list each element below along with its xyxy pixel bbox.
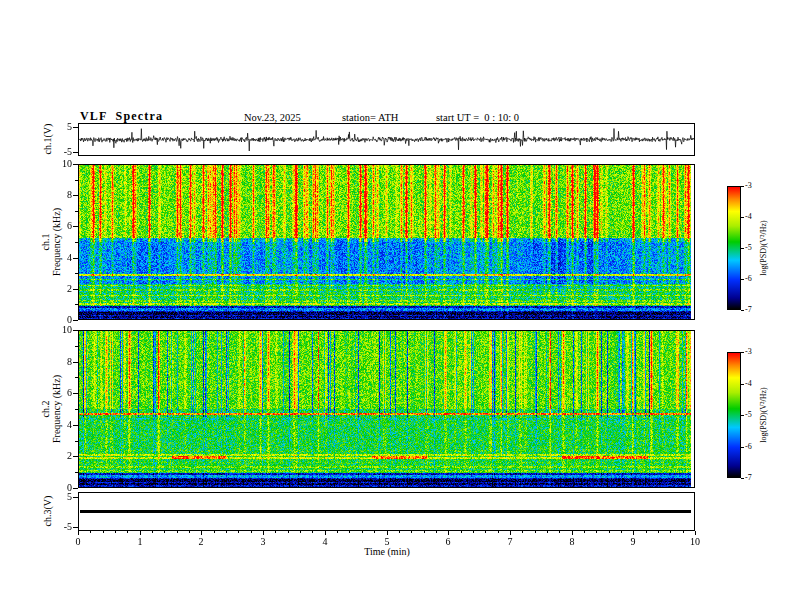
colorbar-ch1 bbox=[727, 186, 741, 310]
ch2-spec-ylabel: ch.2 Frequency (kHz) bbox=[40, 375, 62, 443]
colorbar-tick-label: -4 bbox=[745, 212, 752, 221]
tick-mark bbox=[584, 531, 585, 533]
x-tick-label: 4 bbox=[310, 536, 340, 547]
tick-mark bbox=[411, 531, 412, 533]
y-tick-label: -5 bbox=[48, 521, 72, 532]
tick-mark bbox=[547, 531, 548, 533]
y-tick-label: 2 bbox=[48, 450, 72, 461]
tick-mark bbox=[609, 531, 610, 533]
date-text: Nov.23, 2025 bbox=[244, 112, 301, 123]
tick-mark bbox=[424, 531, 425, 533]
tick-mark bbox=[152, 531, 153, 533]
x-tick-label: 3 bbox=[248, 536, 278, 547]
y-tick-label: 2 bbox=[48, 283, 72, 294]
tick-mark bbox=[596, 531, 597, 533]
tick-mark bbox=[337, 531, 338, 533]
y-tick-label: 4 bbox=[48, 419, 72, 430]
tick-mark bbox=[251, 531, 252, 533]
tick-mark bbox=[73, 258, 78, 259]
tick-mark bbox=[646, 531, 647, 533]
start-ut-text: start UT = 0 : 10: 0 bbox=[436, 112, 519, 123]
tick-mark bbox=[387, 531, 388, 535]
colorbar-tick-label: -6 bbox=[745, 442, 752, 451]
tick-mark bbox=[73, 164, 78, 165]
tick-mark bbox=[78, 531, 79, 535]
station-text: station= ATH bbox=[342, 112, 398, 123]
tick-mark bbox=[75, 377, 78, 378]
colorbar-tick-label: -4 bbox=[745, 379, 752, 388]
colorbar-tick-label: -6 bbox=[745, 274, 752, 283]
colorbar-ch1-label: log(PSD)(V²/Hz) bbox=[759, 220, 768, 275]
tick-mark bbox=[226, 531, 227, 533]
ch3-flat-line bbox=[80, 510, 691, 513]
tick-mark bbox=[448, 531, 449, 535]
y-tick-label: 10 bbox=[48, 158, 72, 169]
tick-mark bbox=[75, 211, 78, 212]
tick-mark bbox=[572, 531, 573, 535]
vlf-spectra-figure: VLF Spectra Nov.23, 2025 station= ATH st… bbox=[0, 0, 792, 612]
ch1-spec-ylabel-line2: Frequency (kHz) bbox=[51, 208, 62, 276]
ch1-spec-ylabel: ch.1 Frequency (kHz) bbox=[40, 208, 62, 276]
x-tick-label: 6 bbox=[433, 536, 463, 547]
tick-mark bbox=[741, 384, 744, 385]
tick-mark bbox=[741, 310, 744, 311]
tick-mark bbox=[621, 531, 622, 533]
tick-mark bbox=[695, 531, 696, 535]
tick-mark bbox=[103, 531, 104, 533]
tick-mark bbox=[75, 472, 78, 473]
tick-mark bbox=[75, 304, 78, 305]
tick-mark bbox=[75, 242, 78, 243]
tick-mark bbox=[741, 478, 744, 479]
tick-mark bbox=[741, 352, 744, 353]
tick-mark bbox=[741, 415, 744, 416]
tick-mark bbox=[436, 531, 437, 533]
colorbar-tick-label: -3 bbox=[745, 181, 752, 190]
x-tick-label: 7 bbox=[495, 536, 525, 547]
tick-mark bbox=[189, 531, 190, 533]
tick-mark bbox=[73, 152, 78, 153]
tick-mark bbox=[214, 531, 215, 533]
x-tick-label: 0 bbox=[63, 536, 93, 547]
tick-mark bbox=[73, 195, 78, 196]
tick-mark bbox=[683, 531, 684, 533]
figure-title: VLF Spectra bbox=[80, 109, 163, 124]
tick-mark bbox=[522, 531, 523, 533]
tick-mark bbox=[374, 531, 375, 533]
tick-mark bbox=[399, 531, 400, 533]
colorbar-tick-label: -5 bbox=[745, 243, 752, 252]
ch1-waveform-canvas bbox=[79, 124, 694, 155]
tick-mark bbox=[75, 273, 78, 274]
y-tick-label: 10 bbox=[48, 324, 72, 335]
tick-mark bbox=[288, 531, 289, 533]
colorbar-tick-label: -3 bbox=[745, 347, 752, 356]
tick-mark bbox=[498, 531, 499, 533]
y-tick-label: 8 bbox=[48, 356, 72, 367]
colorbar-tick-label: -7 bbox=[745, 473, 752, 482]
colorbar-ch2 bbox=[727, 352, 741, 478]
y-tick-label: 5 bbox=[48, 491, 72, 502]
tick-mark bbox=[73, 330, 78, 331]
ch1-spectrogram-canvas bbox=[79, 165, 694, 319]
x-tick-label: 10 bbox=[680, 536, 710, 547]
tick-mark bbox=[177, 531, 178, 533]
tick-mark bbox=[73, 497, 78, 498]
tick-mark bbox=[670, 531, 671, 533]
tick-mark bbox=[73, 320, 78, 321]
x-tick-label: 8 bbox=[557, 536, 587, 547]
tick-mark bbox=[741, 217, 744, 218]
tick-mark bbox=[75, 441, 78, 442]
tick-mark bbox=[90, 531, 91, 533]
ch2-spec-ylabel-line2: Frequency (kHz) bbox=[51, 375, 62, 443]
tick-mark bbox=[741, 248, 744, 249]
tick-mark bbox=[73, 289, 78, 290]
tick-mark bbox=[73, 393, 78, 394]
tick-mark bbox=[75, 409, 78, 410]
tick-mark bbox=[75, 346, 78, 347]
tick-mark bbox=[741, 279, 744, 280]
ch1-spec-ylabel-line1: ch.1 bbox=[40, 208, 51, 276]
tick-mark bbox=[473, 531, 474, 533]
y-tick-label: 8 bbox=[48, 189, 72, 200]
x-tick-label: 5 bbox=[372, 536, 402, 547]
tick-mark bbox=[461, 531, 462, 533]
y-tick-label: -5 bbox=[48, 146, 72, 157]
